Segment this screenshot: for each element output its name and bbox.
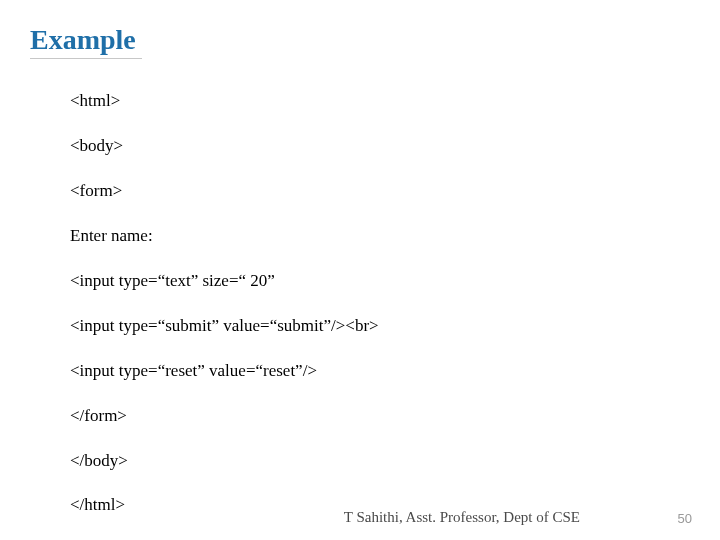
code-line: <body> (70, 135, 630, 158)
code-line: Enter name: (70, 225, 630, 248)
code-line: <html> (70, 90, 630, 113)
code-line: </body> (70, 450, 630, 473)
code-block: <html> <body> <form> Enter name: <input … (70, 90, 630, 539)
slide: Example <html> <body> <form> Enter name:… (0, 0, 720, 540)
code-line: <form> (70, 180, 630, 203)
code-line: <input type=“submit” value=“submit”/><br… (70, 315, 630, 338)
page-number: 50 (678, 511, 692, 526)
code-line: <input type=“text” size=“ 20” (70, 270, 630, 293)
footer-author: T Sahithi, Asst. Professor, Dept of CSE (344, 509, 580, 526)
code-line: </form> (70, 405, 630, 428)
code-line: <input type=“reset” value=“reset”/> (70, 360, 630, 383)
page-title: Example (30, 24, 142, 59)
